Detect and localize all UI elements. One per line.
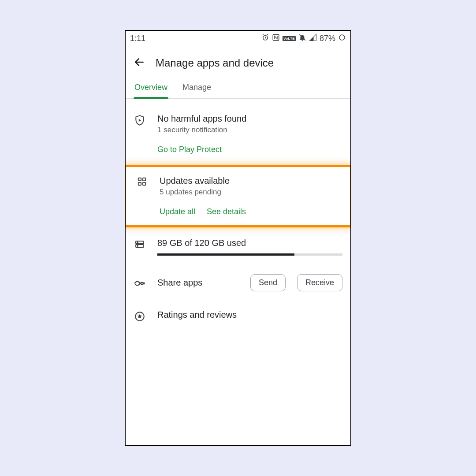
shield-play-icon xyxy=(134,114,146,126)
apps-grid-icon xyxy=(136,176,148,186)
storage-row[interactable]: 89 GB of 120 GB used xyxy=(134,238,342,274)
updates-row[interactable]: Updates available 5 updates pending Upda… xyxy=(136,176,340,216)
update-all-link[interactable]: Update all xyxy=(160,207,195,216)
content: No harmful apps found 1 security notific… xyxy=(126,99,350,322)
star-badge-icon xyxy=(134,310,146,322)
svg-rect-8 xyxy=(143,182,145,185)
status-battery-text: 87% xyxy=(320,34,335,43)
storage-bar xyxy=(157,253,342,256)
storage-label: 89 GB of 120 GB used xyxy=(157,238,342,248)
updates-highlight: Updates available 5 updates pending Upda… xyxy=(125,165,351,227)
alarm-icon xyxy=(261,33,269,44)
svg-point-12 xyxy=(137,245,138,246)
page-header: Manage apps and device xyxy=(126,46,350,78)
play-protect-subtitle: 1 security notification xyxy=(157,126,342,134)
page-title: Manage apps and device xyxy=(156,57,274,69)
svg-point-11 xyxy=(137,242,138,243)
updates-title: Updates available xyxy=(160,176,340,186)
tab-manage[interactable]: Manage xyxy=(182,78,212,98)
signal-icon xyxy=(309,33,317,44)
tabs: Overview Manage xyxy=(126,78,350,99)
svg-rect-7 xyxy=(138,182,141,185)
share-apps-row: Share apps Send Receive xyxy=(134,274,342,310)
receive-button[interactable]: Receive xyxy=(297,274,342,291)
dnd-bell-icon xyxy=(298,33,306,44)
status-bar: 1:11 VoLTE 87% xyxy=(126,31,350,46)
see-details-link[interactable]: See details xyxy=(207,207,246,216)
tab-overview[interactable]: Overview xyxy=(134,78,168,98)
svg-rect-5 xyxy=(138,178,141,181)
storage-bar-fill xyxy=(157,253,294,256)
volte-icon: VoLTE xyxy=(283,36,296,41)
nfc-icon xyxy=(272,33,280,44)
send-button[interactable]: Send xyxy=(250,274,286,291)
svg-point-3 xyxy=(339,35,345,40)
phone-frame: 1:11 VoLTE 87% Manage apps xyxy=(125,30,351,446)
ratings-title: Ratings and reviews xyxy=(157,310,342,320)
updates-subtitle: 5 updates pending xyxy=(160,188,340,197)
share-icon xyxy=(134,277,146,289)
back-icon[interactable] xyxy=(134,56,145,70)
svg-rect-6 xyxy=(143,178,145,181)
battery-ring-icon xyxy=(338,33,346,44)
play-protect-link[interactable]: Go to Play Protect xyxy=(157,145,222,154)
ratings-row[interactable]: Ratings and reviews xyxy=(134,310,342,322)
play-protect-title: No harmful apps found xyxy=(157,114,342,124)
storage-icon xyxy=(134,238,146,249)
share-apps-title: Share apps xyxy=(157,278,239,288)
status-time: 1:11 xyxy=(130,34,145,43)
